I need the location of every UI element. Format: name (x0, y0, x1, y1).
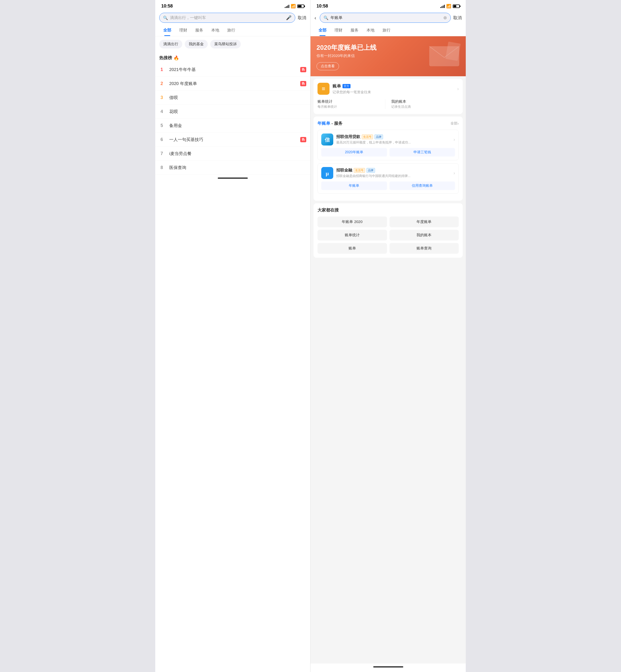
mic-icon-left[interactable]: 🎤 (286, 15, 291, 20)
hot-item-4[interactable]: 4 花呗 (155, 105, 310, 119)
tab-all-left[interactable]: 全部 (159, 25, 175, 36)
home-indicator-left (155, 175, 310, 183)
popular-item-3[interactable]: 账单统计 (318, 230, 387, 241)
hot-text-1: 2021牛年牛基 (169, 67, 295, 73)
search-placeholder-left: 滴滴出行，一键叫车 (170, 15, 284, 20)
status-bar-left: 10:58 📶 (155, 0, 310, 11)
feature-desc-2: 记录生活点滴 (391, 104, 459, 109)
rank-4: 4 (159, 109, 164, 114)
search-icon-right: 🔍 (324, 15, 329, 20)
feature-desc-1: 每月账单统计 (318, 104, 385, 109)
search-box-left[interactable]: 🔍 滴滴出行，一键叫车 🎤 (159, 13, 295, 23)
service-2-buttons: 年账单 信用查询账单 (321, 181, 455, 190)
service-1-name: 招联信用贷款 (336, 134, 360, 139)
hot-text-8: 医保查询 (169, 165, 306, 170)
hot-text-6: 一人一句买基技巧 (169, 137, 295, 142)
hot-item-3[interactable]: 3 借呗 (155, 91, 310, 105)
service-section-title: 年账单 - 服务 (318, 121, 342, 126)
hot-item-1[interactable]: 1 2021牛年牛基 热 (155, 63, 310, 77)
banner-view-button[interactable]: 点击查看 (317, 62, 339, 70)
status-icons-left: 📶 (285, 4, 304, 8)
app-features: 账单统计 每月账单统计 我的账本 记录生活点滴 (318, 98, 459, 110)
quick-tag-fund[interactable]: 我的基金 (185, 40, 208, 48)
service-1-btn-2[interactable]: 申请三笔钱 (389, 148, 455, 157)
service-1-name-row: 招联信用贷款 生活号 品牌 (336, 134, 451, 139)
popular-item-6[interactable]: 账单查询 (389, 243, 459, 254)
hot-item-8[interactable]: 8 医保查询 (155, 161, 310, 175)
popular-item-1[interactable]: 年账单 2020 (318, 216, 387, 227)
cancel-button-left[interactable]: 取消 (298, 15, 306, 21)
shenghao-tag-1: 生活号 (362, 134, 373, 139)
hot-section-title: 热搜榜 🔥 (155, 52, 310, 63)
app-name: 账单 (332, 83, 341, 89)
signal-icon-right (440, 4, 445, 8)
hot-text-2: 2020 年度账单 (169, 81, 295, 86)
svg-text:信: 信 (325, 137, 330, 142)
tab-licai-left[interactable]: 理财 (175, 25, 191, 36)
service-2-btn-1[interactable]: 年账单 (321, 181, 387, 190)
app-card-header: ≡ 账单 官方 记录您的每一笔资金往来 › (318, 83, 459, 95)
zhaolian-logo: μ (321, 167, 333, 179)
search-query: 年账单 (331, 15, 441, 20)
right-phone: 10:58 📶 ‹ 🔍 年账单 ⊗ 取 (310, 0, 466, 672)
service-section: 年账单 - 服务 全部 › (314, 117, 463, 201)
feature-label-2: 我的账本 (391, 99, 459, 104)
all-services-button[interactable]: 全部 › (451, 121, 459, 126)
service-2-info: 招联金融 生活号 品牌 招联金融是由招商银行与中国联通共同组建的持牌... (336, 168, 451, 178)
rank-2: 2 (159, 81, 164, 86)
hot-badge-1: 热 (300, 67, 306, 72)
bill-app-icon: ≡ (318, 83, 330, 95)
tab-bendi-right[interactable]: 本地 (363, 25, 378, 36)
back-button[interactable]: ‹ (315, 15, 317, 21)
tab-lüxing-right[interactable]: 旅行 (378, 25, 395, 36)
service-2-name: 招联金融 (336, 168, 352, 173)
tabs-bar-right: 全部 理财 服务 本地 旅行 (310, 25, 466, 36)
service-2-btn-2[interactable]: 信用查询账单 (389, 181, 455, 190)
service-item-2-header: μ 招联金融 生活号 品牌 招联金融是由招商银行与中国联通共同组建的持牌... … (321, 167, 455, 179)
search-icon-left: 🔍 (163, 15, 168, 20)
feature-my-ledger[interactable]: 我的账本 记录生活点滴 (385, 98, 459, 110)
rank-7: 7 (159, 151, 164, 156)
quick-tag-cainiao[interactable]: 菜鸟驿站投诉 (210, 40, 241, 48)
hot-item-7[interactable]: 7 i麦当劳点餐 (155, 147, 310, 161)
popular-item-4[interactable]: 我的账本 (389, 230, 459, 241)
search-box-right[interactable]: 🔍 年账单 ⊗ (320, 13, 451, 23)
status-bar-right: 10:58 📶 (310, 0, 466, 11)
hot-list: 1 2021牛年牛基 热 2 2020 年度账单 热 3 借呗 4 花呗 5 备… (155, 63, 310, 175)
wifi-icon-right: 📶 (446, 4, 451, 8)
pinpai-tag-2: 品牌 (367, 168, 375, 173)
tab-bendi-left[interactable]: 本地 (207, 25, 223, 36)
tab-licai-right[interactable]: 理财 (331, 25, 346, 36)
popular-item-2[interactable]: 年度账单 (389, 216, 459, 227)
app-description: 记录您的每一笔资金往来 (332, 90, 454, 94)
home-bar-left (218, 177, 248, 179)
svg-text:μ: μ (326, 170, 329, 176)
hot-text-5: 备用金 (169, 123, 306, 128)
bill-app-card[interactable]: ≡ 账单 官方 记录您的每一笔资金往来 › 账单统计 每月账单统计 (314, 79, 463, 114)
hot-item-6[interactable]: 6 一人一句买基技巧 热 (155, 133, 310, 147)
service-1-btn-1[interactable]: 2020年账单 (321, 148, 387, 157)
tab-fuwu-right[interactable]: 服务 (346, 25, 363, 36)
popular-grid: 年账单 2020 年度账单 账单统计 我的账本 账单 账单查询 (318, 216, 459, 254)
chevron-right-icon: › (457, 122, 459, 126)
home-bar-right (373, 666, 403, 668)
service-1-buttons: 2020年账单 申请三笔钱 (321, 148, 455, 157)
feature-bill-stats[interactable]: 账单统计 每月账单统计 (318, 98, 385, 110)
tab-fuwu-left[interactable]: 服务 (191, 25, 207, 36)
tab-lüxing-left[interactable]: 旅行 (223, 25, 239, 36)
popular-item-5[interactable]: 账单 (318, 243, 387, 254)
rank-8: 8 (159, 165, 164, 170)
service-2-desc: 招联金融是由招商银行与中国联通共同组建的持牌... (336, 174, 451, 178)
quick-tag-didi[interactable]: 滴滴出行 (159, 40, 182, 48)
hot-item-5[interactable]: 5 备用金 (155, 119, 310, 133)
service-section-header: 年账单 - 服务 全部 › (318, 121, 459, 126)
search-area-left: 🔍 滴滴出行，一键叫车 🎤 取消 (155, 11, 310, 25)
hot-text-7: i麦当劳点餐 (169, 151, 306, 157)
annual-bill-banner[interactable]: 2020年度账单已上线 你有一封2020年的来信 点击查看 (310, 36, 466, 76)
clear-icon[interactable]: ⊗ (443, 15, 447, 20)
service-item-1-header: 信 招联信用贷款 生活号 品牌 最高20万元循环额度，线上申请免抵押，申请成功.… (321, 133, 455, 145)
quick-tags-left: 滴滴出行 我的基金 菜鸟驿站投诉 (155, 36, 310, 52)
tab-all-right[interactable]: 全部 (315, 25, 331, 36)
hot-item-2[interactable]: 2 2020 年度账单 热 (155, 77, 310, 91)
cancel-button-right[interactable]: 取消 (453, 15, 462, 21)
